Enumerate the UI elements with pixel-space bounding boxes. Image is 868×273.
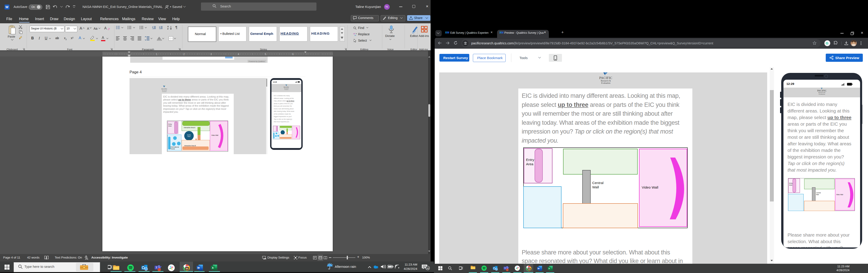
svg-text:Video Wall: Video Wall xyxy=(836,194,843,195)
svg-text:Video Wall: Video Wall xyxy=(211,134,218,136)
svg-text:Panels: Panels xyxy=(170,148,175,149)
svg-text:X: X xyxy=(549,267,550,270)
svg-text:Satellite: Satellite xyxy=(187,134,191,136)
svg-text:12: 12 xyxy=(427,267,429,269)
svg-text:T: T xyxy=(156,266,157,269)
svg-text:Entry: Entry xyxy=(526,158,534,162)
svg-text:Central: Central xyxy=(592,181,603,185)
svg-text:Area: Area xyxy=(526,162,533,166)
svg-text:Central: Central xyxy=(816,192,821,194)
svg-text:X: X xyxy=(212,267,214,269)
svg-text:Model: Model xyxy=(187,136,190,137)
svg-text:Interactive Area A: Interactive Area A xyxy=(184,127,195,128)
svg-text:W: W xyxy=(537,267,539,270)
svg-text:4: 4 xyxy=(238,53,239,55)
svg-text:2: 2 xyxy=(183,53,185,55)
svg-text:Entry: Entry xyxy=(789,183,793,184)
svg-text:Wall: Wall xyxy=(816,194,819,195)
svg-text:1: 1 xyxy=(156,53,157,55)
svg-text:Interactive Area B: Interactive Area B xyxy=(184,145,196,146)
svg-text:Informational: Informational xyxy=(170,146,179,148)
svg-text:Video Wall: Video Wall xyxy=(642,185,658,189)
svg-text:Area: Area xyxy=(789,184,792,186)
svg-text:W: W xyxy=(197,267,200,269)
svg-text:5: 5 xyxy=(265,53,266,55)
svg-text:Entry: Entry xyxy=(168,124,172,125)
svg-text:Wall: Wall xyxy=(592,185,599,189)
svg-text:Area: Area xyxy=(168,125,172,127)
svg-text:6: 6 xyxy=(292,53,293,55)
svg-text:3: 3 xyxy=(211,53,212,55)
svg-text:T: T xyxy=(504,267,506,269)
